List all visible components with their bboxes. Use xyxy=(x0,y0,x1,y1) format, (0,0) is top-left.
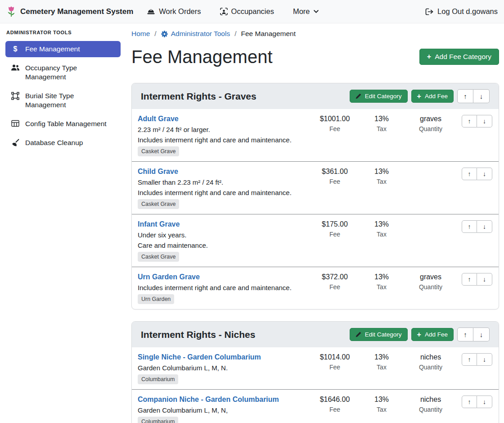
plus-icon: + xyxy=(427,54,431,60)
fee-move-up-button[interactable]: ↑ xyxy=(462,396,477,408)
broom-icon xyxy=(11,139,20,147)
main-content: Home / Administrat xyxy=(126,23,504,423)
fee-move-down-button[interactable]: ↓ xyxy=(477,220,492,233)
fee-description: Garden Columbarium L, M, N, xyxy=(138,406,309,414)
sidebar-item-burial-site-type-management[interactable]: Burial Site Type Management xyxy=(5,88,121,113)
fee-type-badge: Columbarium xyxy=(138,374,178,384)
sidebar-item-fee-management[interactable]: $ Fee Management xyxy=(5,41,121,57)
fee-description: Includes interment right and care and ma… xyxy=(138,283,309,292)
fee-tax: 13% xyxy=(357,352,406,362)
fee-name-link[interactable]: Urn Garden Grave xyxy=(138,272,200,282)
edit-category-button[interactable]: Edit Category xyxy=(350,328,408,341)
chevron-down-icon xyxy=(314,10,319,13)
fee-amount-label: Fee xyxy=(312,231,357,238)
category-move-down-button[interactable]: ↓ xyxy=(473,89,490,103)
dollar-icon: $ xyxy=(11,45,20,53)
sidebar-item-database-cleanup[interactable]: Database Cleanup xyxy=(5,135,121,151)
fee-tax-label: Tax xyxy=(357,231,406,238)
fee-category-card: Interment Rights - NichesEdit Category+A… xyxy=(131,321,499,423)
fee-info: Adult Grave2.23 m² / 24 ft² or larger.In… xyxy=(138,114,312,156)
fee-info: Urn Garden GraveIncludes interment right… xyxy=(138,272,312,304)
add-fee-category-button[interactable]: + Add Fee Category xyxy=(419,49,499,65)
breadcrumb-admin-tools-label: Administrator Tools xyxy=(171,30,230,38)
nav-occupancies[interactable]: Occupancies xyxy=(220,7,274,16)
edit-category-button[interactable]: Edit Category xyxy=(350,90,408,103)
nav-work-orders[interactable]: Work Orders xyxy=(147,7,201,16)
fee-amount-column: $175.00Fee xyxy=(312,219,357,238)
add-fee-label: Add Fee xyxy=(425,93,448,100)
reorder-buttons: ↑↓ xyxy=(462,168,492,180)
fee-quantity-column: gravesQuantity xyxy=(406,114,455,132)
add-fee-button[interactable]: +Add Fee xyxy=(411,90,454,103)
edit-category-label: Edit Category xyxy=(365,331,402,338)
fee-move-down-button[interactable]: ↓ xyxy=(477,396,492,408)
fee-tax: 13% xyxy=(357,114,406,123)
breadcrumb-admin-tools-link[interactable]: Administrator Tools xyxy=(161,30,230,38)
fee-row: Child GraveSmaller than 2.23 m² / 24 ft²… xyxy=(132,161,499,214)
fee-tax-label: Tax xyxy=(357,178,406,185)
fee-name-link[interactable]: Infant Grave xyxy=(138,219,180,229)
fee-tax-label: Tax xyxy=(357,125,406,132)
category-fee-list: Single Niche - Garden ColumbariumGarden … xyxy=(132,347,499,423)
breadcrumb-home-link[interactable]: Home xyxy=(131,30,150,38)
nav-more[interactable]: More xyxy=(293,7,319,16)
fee-quantity-column: gravesQuantity xyxy=(406,272,455,291)
category-move-down-button[interactable]: ↓ xyxy=(473,327,490,341)
fee-move-up-button[interactable]: ↑ xyxy=(462,273,477,286)
fee-row: Urn Garden GraveIncludes interment right… xyxy=(132,267,499,309)
fee-tax-label: Tax xyxy=(357,283,406,291)
breadcrumb-separator: / xyxy=(154,30,156,38)
fee-type-badge: Columbarium xyxy=(138,417,178,423)
fee-move-down-button[interactable]: ↓ xyxy=(477,115,492,127)
fee-reorder: ↑↓ xyxy=(462,220,492,233)
reorder-buttons: ↑↓ xyxy=(462,273,492,286)
gear-icon xyxy=(161,31,168,37)
nav-work-orders-label: Work Orders xyxy=(159,7,201,16)
fee-amount-column: $1001.00Fee xyxy=(312,114,357,132)
sidebar-item-occupancy-type-management[interactable]: Occupancy Type Management xyxy=(5,60,121,85)
people-icon xyxy=(11,64,20,71)
fee-move-down-button[interactable]: ↓ xyxy=(477,353,492,366)
sidebar-item-config-table-management[interactable]: Config Table Management xyxy=(5,116,121,132)
fee-name-link[interactable]: Adult Grave xyxy=(138,114,179,123)
fee-move-down-button[interactable]: ↓ xyxy=(477,168,492,180)
fee-amount: $1646.00 xyxy=(312,395,357,404)
fee-move-up-button[interactable]: ↑ xyxy=(462,353,477,366)
fee-amount: $175.00 xyxy=(312,219,357,229)
fee-amount: $1001.00 xyxy=(312,114,357,123)
fee-name-link[interactable]: Child Grave xyxy=(138,167,178,176)
fee-tax-column: 13%Tax xyxy=(357,219,406,238)
nav-more-label: More xyxy=(293,7,310,16)
fee-quantity: niches xyxy=(406,352,455,362)
fee-move-up-button[interactable]: ↑ xyxy=(462,220,477,233)
pencil-icon xyxy=(356,93,361,99)
add-fee-button[interactable]: +Add Fee xyxy=(411,328,454,341)
logout-link[interactable]: Log Out d.gowans xyxy=(425,7,498,16)
fee-reorder: ↑↓ xyxy=(462,396,492,408)
fee-tax: 13% xyxy=(357,219,406,229)
fee-row: Adult Grave2.23 m² / 24 ft² or larger.In… xyxy=(132,109,499,161)
fee-quantity-column: nichesQuantity xyxy=(406,395,455,413)
fee-name-link[interactable]: Companion Niche - Garden Columbarium xyxy=(138,395,279,404)
category-header: Interment Rights - NichesEdit Category+A… xyxy=(132,322,499,347)
page-layout: ADMINISTRATOR TOOLS $ Fee Management Occ… xyxy=(0,23,504,423)
category-move-up-button[interactable]: ↑ xyxy=(457,89,473,103)
fee-move-up-button[interactable]: ↑ xyxy=(462,168,477,180)
logout-icon xyxy=(425,8,434,15)
person-frame-icon xyxy=(220,8,228,15)
fee-move-down-button[interactable]: ↓ xyxy=(477,273,492,286)
fee-move-up-button[interactable]: ↑ xyxy=(462,115,477,127)
breadcrumb-home-label: Home xyxy=(131,30,150,38)
hard-hat-icon xyxy=(147,8,155,15)
fee-categories: Interment Rights - GravesEdit Category+A… xyxy=(131,83,499,423)
fee-amount-label: Fee xyxy=(312,283,357,291)
fee-name-link[interactable]: Single Niche - Garden Columbarium xyxy=(138,352,261,362)
fee-tax: 13% xyxy=(357,167,406,176)
category-move-up-button[interactable]: ↑ xyxy=(457,327,473,341)
fee-type-badge: Urn Garden xyxy=(138,294,174,304)
fee-tax-column: 13%Tax xyxy=(357,167,406,185)
fee-amount-label: Fee xyxy=(312,364,357,371)
reorder-buttons: ↑↓ xyxy=(462,220,492,233)
fee-row: Single Niche - Garden ColumbariumGarden … xyxy=(132,347,499,389)
plus-icon: + xyxy=(417,332,421,338)
